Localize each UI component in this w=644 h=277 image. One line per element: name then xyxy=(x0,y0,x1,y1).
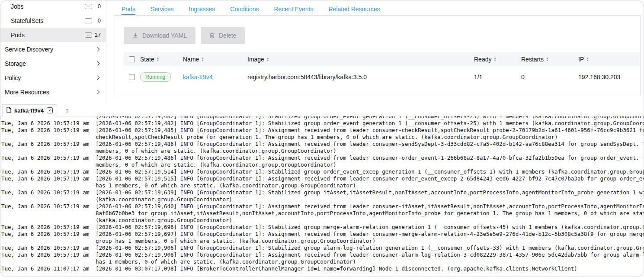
resource-count: ↔0 xyxy=(85,17,101,24)
resource-count: ↔17 xyxy=(85,32,101,38)
log-timestamp: Tue, Jan 6 2026 10:57:19 am xyxy=(0,168,96,175)
col-header-name[interactable]: Name▲▼ xyxy=(183,56,247,63)
sidebar-item-more-resources[interactable]: More Resources xyxy=(0,85,106,99)
sidebar-item-statefulsets[interactable]: StatefulSets↔0 xyxy=(0,13,106,28)
log-timestamp xyxy=(0,182,96,189)
log-timestamp: Tue, Jan 6 2026 11:07:17 am xyxy=(0,265,96,272)
sidebar-item-label: Policy xyxy=(5,74,96,81)
document-icon xyxy=(6,107,11,114)
log-timestamp: Tue, Jan 6 2026 10:57:19 am xyxy=(0,231,96,238)
log-tab-label: kafka-tt9v4 xyxy=(14,107,44,114)
resource-count-icon: ↔ xyxy=(85,32,92,38)
log-timestamp: Tue, Jan 6 2026 10:57:19 am xyxy=(0,155,96,161)
log-line: Tue, Jan 6 2026 10:57:19 am[2026-01-06 0… xyxy=(0,203,644,210)
col-header-ready[interactable]: Ready▲▼ xyxy=(474,56,521,63)
resource-count-icon: ↔ xyxy=(85,18,92,23)
tab-pods[interactable]: Pods xyxy=(122,4,135,15)
log-message: 8af6b67b0be3 for group itAsset,itAssetRe… xyxy=(96,210,644,217)
pods-table-header: State▲▼Name▲▼Image▲▼Ready▲▼Restarts▲▼IP▲… xyxy=(124,52,640,66)
resource-count: ↔0 xyxy=(85,3,101,10)
log-message: [2026-01-06 03:07:17,098] INFO [BrokerTo… xyxy=(96,265,644,272)
log-message: [2026-01-06 02:57:19,482] INFO [GroupCoo… xyxy=(96,120,644,127)
log-message: has 1 members, 0 of which are static. (k… xyxy=(96,258,644,265)
pods-table: State▲▼Name▲▼Image▲▼Ready▲▼Restarts▲▼IP▲… xyxy=(124,52,640,88)
main-content: PodsServicesIngressesConditionsRecent Ev… xyxy=(106,0,644,104)
sidebar-item-label: Storage xyxy=(5,60,96,67)
log-message: [2026-01-06 02:57:19,514] INFO [GroupCoo… xyxy=(96,168,644,175)
log-line: Tue, Jan 6 2026 10:57:19 am[2026-01-06 0… xyxy=(0,231,644,238)
sort-icon: ▲▼ xyxy=(586,57,589,61)
log-message: [2026-01-06 02:57:19,482] INFO [GroupCoo… xyxy=(96,116,644,120)
resource-count-icon: ↔ xyxy=(85,4,92,9)
log-timestamp xyxy=(0,217,96,224)
download-yaml-label: Download YAML xyxy=(142,32,187,39)
download-yaml-button[interactable]: Download YAML xyxy=(124,27,195,44)
table-row: Runningkafka-tt9v4registry.harbor.com:58… xyxy=(124,66,640,88)
col-header-label: Ready xyxy=(474,56,491,63)
chevron-right-icon xyxy=(96,90,100,94)
sidebar-item-label: Service Discovery xyxy=(5,46,96,53)
log-message: has 1 members, 0 of which are static. (k… xyxy=(96,182,644,189)
log-line: Tue, Jan 6 2026 10:57:19 am[2026-01-06 0… xyxy=(0,127,644,134)
sort-icon: ▲▼ xyxy=(546,57,548,61)
pod-name-link[interactable]: kafka-tt9v4 xyxy=(183,74,212,81)
log-message: [2026-01-06 02:57:19,515] INFO [GroupCoo… xyxy=(96,175,644,182)
col-header-ip[interactable]: IP▲▼ xyxy=(578,56,640,63)
log-timestamp xyxy=(0,116,96,120)
log-message: members, 0 of which are static. (kafka.c… xyxy=(96,161,644,168)
image-cell: registry.harbor.com:58443/library/kafka:… xyxy=(247,74,474,81)
log-tab-bar: kafka-tt9v4 ✕ ↕ xyxy=(0,104,644,116)
sidebar-item-jobs[interactable]: Jobs↔0 xyxy=(0,0,106,13)
col-header-image[interactable]: Image▲▼ xyxy=(247,56,474,63)
chevron-right-icon xyxy=(96,76,100,80)
log-line: (kafka.coordinator.group.GroupCoordinato… xyxy=(0,217,644,224)
log-timestamp: Tue, Jan 6 2026 10:57:19 am xyxy=(0,245,96,251)
sort-icon: ▲▼ xyxy=(201,57,204,61)
state-cell: Running xyxy=(140,72,183,82)
col-header-state[interactable]: State▲▼ xyxy=(140,56,183,63)
delete-button[interactable]: Delete xyxy=(201,27,245,44)
panel-resize-icon[interactable]: ↕ xyxy=(61,104,74,116)
tab-ingresses[interactable]: Ingresses xyxy=(189,4,215,15)
select-all-checkbox[interactable] xyxy=(129,56,135,62)
tab-recent-events[interactable]: Recent Events xyxy=(274,4,313,15)
log-timestamp xyxy=(0,148,96,155)
log-lines: [2026-01-06 02:57:19,482] INFO [GroupCoo… xyxy=(0,116,644,272)
tab-related-resources[interactable]: Related Resources xyxy=(329,4,380,15)
name-cell: kafka-tt9v4 xyxy=(183,74,247,81)
log-viewer[interactable]: [2026-01-06 02:57:19,482] INFO [GroupCoo… xyxy=(0,116,644,277)
log-line: group has 1 members, 0 of which are stat… xyxy=(0,238,644,245)
sidebar-item-label: StatefulSets xyxy=(11,17,85,24)
toolbar: Download YAML Delete xyxy=(115,16,640,44)
log-timestamp: Tue, Jan 6 2026 10:57:19 am xyxy=(0,251,96,258)
sort-icon: ▲▼ xyxy=(266,57,269,61)
col-header-label: State xyxy=(140,56,154,63)
sidebar-item-storage[interactable]: Storage xyxy=(0,56,106,71)
log-timestamp xyxy=(0,134,96,141)
log-line: Tue, Jan 6 2026 10:57:19 am[2026-01-06 0… xyxy=(0,141,644,148)
log-timestamp: Tue, Jan 6 2026 10:57:19 am xyxy=(0,189,96,196)
tab-services[interactable]: Services xyxy=(151,4,174,15)
sidebar-item-policy[interactable]: Policy xyxy=(0,71,106,85)
log-line: (kafka.coordinator.group.GroupCoordinato… xyxy=(0,196,644,203)
ready-cell: 1/1 xyxy=(474,74,521,81)
log-line: [2026-01-06 02:57:19,482] INFO [GroupCoo… xyxy=(0,116,644,120)
tab-conditions[interactable]: Conditions xyxy=(230,4,259,15)
log-message: [2026-01-06 02:57:19,697] INFO [GroupCoo… xyxy=(96,231,644,238)
log-message: [2026-01-06 02:57:19,486] INFO [GroupCoo… xyxy=(96,141,644,148)
sidebar-item-pods[interactable]: Pods↔17 xyxy=(0,28,106,42)
log-line: members, 0 of which are static. (kafka.c… xyxy=(0,148,644,155)
log-tab-kafka-tt9v4[interactable]: kafka-tt9v4 ✕ xyxy=(2,104,57,116)
log-message: [2026-01-06 02:57:19,908] INFO [GroupCoo… xyxy=(96,251,644,258)
sidebar: Jobs↔0StatefulSets↔0Pods↔17Service Disco… xyxy=(0,0,106,104)
col-header-restarts[interactable]: Restarts▲▼ xyxy=(521,56,578,63)
sidebar-item-service-discovery[interactable]: Service Discovery xyxy=(0,42,106,56)
row-checkbox[interactable] xyxy=(129,74,135,80)
chevron-right-icon xyxy=(96,61,100,66)
log-line: checkResult,spotCheckResult_probe for ge… xyxy=(0,134,644,141)
log-timestamp: Tue, Jan 6 2026 10:57:19 am xyxy=(0,203,96,210)
resource-tabs: PodsServicesIngressesConditionsRecent Ev… xyxy=(115,4,641,15)
col-header-label: Name xyxy=(183,56,199,63)
sidebar-item-label: Jobs xyxy=(11,3,85,10)
close-log-tab-icon[interactable]: ✕ xyxy=(47,107,53,113)
